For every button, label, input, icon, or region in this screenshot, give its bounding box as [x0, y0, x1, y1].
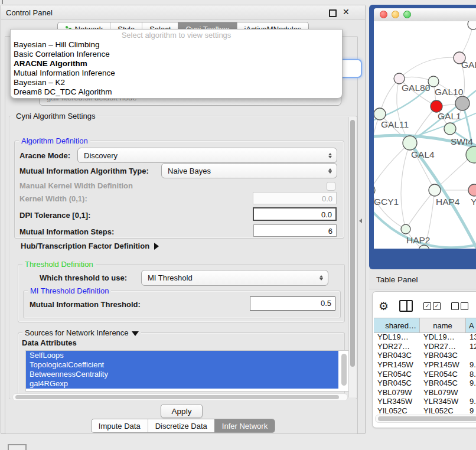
close-traffic-light-icon[interactable] [380, 11, 387, 18]
node[interactable] [455, 96, 470, 110]
node[interactable] [429, 184, 441, 196]
deselect-all-checkboxes-icon[interactable] [451, 302, 468, 310]
tab-infer-network-label: Infer Network [222, 422, 268, 431]
node[interactable] [468, 21, 476, 30]
node-selected[interactable] [431, 100, 442, 112]
list-item[interactable]: gal4RGexp [26, 379, 338, 389]
menu-item[interactable]: Dream8 DC_TDC Algorithm [11, 87, 342, 97]
cell-shared-name: YIL052C [374, 406, 420, 413]
menu-item[interactable]: Basic Correlation Inference [11, 50, 342, 59]
node-label: GAL4 [411, 149, 435, 159]
node[interactable] [401, 224, 410, 234]
hub-tf-definition-label: Hub/Transcription Factor Definition [21, 242, 149, 250]
close-icon[interactable]: ✕ [343, 7, 350, 17]
settings-horizontal-scrollbar-thumb[interactable] [15, 395, 339, 399]
which-threshold-label: Which threshold to use: [40, 273, 127, 282]
tab-discretize-data-label: Discretize Data [155, 422, 207, 431]
kernel-width-field[interactable]: 0.0 [253, 192, 337, 204]
node[interactable] [468, 184, 476, 196]
table-row[interactable]: YDR27… YDR27… 12 [374, 342, 476, 351]
mi-algorithm-type-combobox[interactable]: Naive Bayes [161, 163, 337, 178]
cell-shared-name: YPR145W [374, 360, 420, 369]
table-row[interactable]: YBL079W YBL079W [374, 388, 476, 397]
manual-kernel-width-checkbox[interactable] [327, 182, 335, 191]
apply-button-label: Apply [172, 407, 192, 416]
table-row[interactable]: YLR345W YLR345W 9. [374, 397, 476, 406]
minimized-panel-icon[interactable] [8, 444, 27, 450]
apply-button[interactable]: Apply [161, 404, 203, 418]
cell-shared-name: YER054C [374, 370, 420, 379]
minimize-traffic-light-icon[interactable] [392, 11, 399, 18]
list-item[interactable]: BetweennessCentrality [26, 370, 338, 379]
node[interactable] [403, 136, 417, 150]
mi-threshold-field[interactable]: 0.5 [250, 296, 335, 311]
network-canvas[interactable]: GAL GAL80 GAL10 GAL1 GAL11 SWI4 GAL4 GCY… [374, 21, 476, 249]
aracne-mode-value: Discovery [84, 151, 118, 160]
split-columns-icon[interactable] [399, 300, 413, 312]
list-item[interactable]: TopologicalCoefficient [26, 360, 338, 370]
settings-vertical-scrollbar-thumb[interactable] [350, 120, 355, 367]
select-all-checkboxes-icon[interactable]: ✓✓ [423, 302, 441, 310]
cell-name: YPR145W [420, 360, 466, 369]
sources-group-title-row[interactable]: Sources for Network Inference [22, 328, 141, 337]
threshold-definition-group: Threshold Definition Which threshold to … [18, 264, 345, 322]
cell-shared-name: YDR27… [374, 342, 420, 351]
table-row[interactable]: YDL19… YDL19… 13 [374, 332, 476, 342]
updown-arrows-icon [328, 168, 332, 174]
control-panel-titlebar: Control Panel ✕ [1, 5, 365, 20]
menu-placeholder: Select algorithm to view settings [11, 30, 342, 40]
table-horizontal-scrollbar-thumb[interactable] [378, 416, 476, 421]
column-header-shared-name[interactable]: shared… [374, 318, 420, 332]
which-threshold-combobox[interactable]: MI Threshold [141, 270, 328, 286]
hub-tf-definition-toggle[interactable]: Hub/Transcription Factor Definition [21, 242, 159, 250]
node-label: HAP2 [406, 235, 431, 245]
table-horizontal-scrollbar[interactable] [375, 415, 476, 423]
node[interactable] [374, 185, 375, 195]
aracne-mode-label: Aracne Mode: [19, 151, 70, 160]
cell-name: YBR045C [420, 379, 466, 387]
menu-item[interactable]: Bayesian – K2 [11, 78, 342, 87]
split-pane-collapse-arrow[interactable] [359, 219, 362, 223]
gear-icon[interactable]: ⚙ [379, 301, 389, 312]
table-header: shared… name A [374, 318, 476, 333]
updown-arrows-icon [328, 153, 332, 158]
table-row[interactable]: YBR043C YBR043C [374, 351, 476, 360]
node[interactable] [466, 146, 476, 163]
settings-horizontal-scrollbar[interactable] [12, 393, 348, 401]
menu-item-selected[interactable]: ARACNE Algorithm [11, 59, 342, 69]
mi-steps-field[interactable]: 6 [253, 224, 337, 237]
cell-partial: 12 [466, 342, 476, 351]
table-panel-titlebar: Table Panel [369, 269, 476, 289]
zoom-traffic-light-icon[interactable] [403, 11, 411, 18]
settings-vertical-scrollbar[interactable] [348, 117, 357, 397]
updown-arrows-icon [319, 275, 323, 281]
node[interactable] [374, 108, 386, 120]
table-row[interactable]: YER054C YER054C 8. [374, 369, 476, 379]
float-window-icon[interactable] [329, 9, 337, 17]
menu-item[interactable]: Mutual Information Inference [11, 69, 342, 78]
column-header-name[interactable]: name [420, 318, 466, 332]
menu-item[interactable]: Bayesian – Hill Climbing [11, 40, 342, 50]
collapse-down-icon [132, 331, 139, 336]
aracne-mode-combobox[interactable]: Discovery [77, 148, 337, 163]
cell-partial: 8. [466, 370, 476, 379]
tab-impute-data[interactable]: Impute Data [92, 419, 148, 432]
table-row[interactable]: YPR145W YPR145W 9. [374, 360, 476, 370]
cell-shared-name: YBR043C [374, 351, 420, 360]
node-label: GAL1 [438, 111, 461, 121]
table-row[interactable]: YBR045C YBR045C 9. [374, 379, 476, 388]
list-vertical-scrollbar-thumb[interactable] [341, 354, 347, 386]
node[interactable] [444, 123, 456, 135]
table-panel-title: Table Panel [376, 275, 418, 284]
column-header-partial[interactable]: A [466, 318, 476, 332]
cell-partial: 13 [466, 332, 476, 341]
network-graph: GAL GAL80 GAL10 GAL1 GAL11 SWI4 GAL4 GCY… [374, 21, 476, 249]
list-vertical-scrollbar[interactable] [341, 352, 347, 389]
tab-discretize-data[interactable]: Discretize Data [148, 419, 214, 432]
tab-infer-network[interactable]: Infer Network [214, 419, 275, 432]
dpi-tolerance-field[interactable]: 0.0 [253, 207, 337, 221]
list-item[interactable]: SelfLoops [26, 351, 338, 360]
which-threshold-value: MI Threshold [148, 273, 193, 282]
table-row[interactable]: YIL052C YIL052C 9 [374, 406, 476, 413]
mi-threshold-label: Mutual Information Threshold: [30, 300, 141, 309]
